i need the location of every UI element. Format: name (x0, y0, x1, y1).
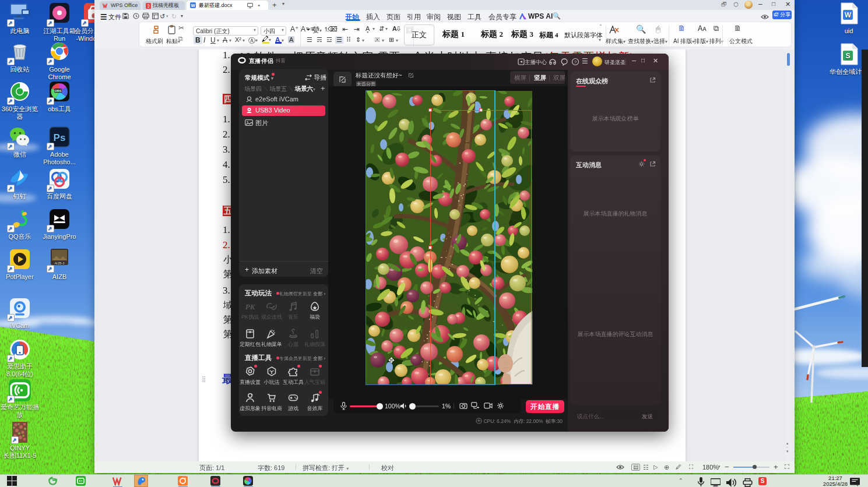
svg-text:W: W (191, 3, 195, 8)
svg-text:OBS: OBS (55, 89, 62, 93)
svg-text:AIZB-3: AIZB-3 (54, 262, 64, 265)
svg-text:Ps: Ps (54, 132, 66, 143)
svg-text:S: S (845, 52, 850, 60)
svg-text:?: ? (574, 59, 577, 65)
svg-text:PK: PK (245, 302, 256, 311)
svg-text:W: W (845, 11, 852, 19)
